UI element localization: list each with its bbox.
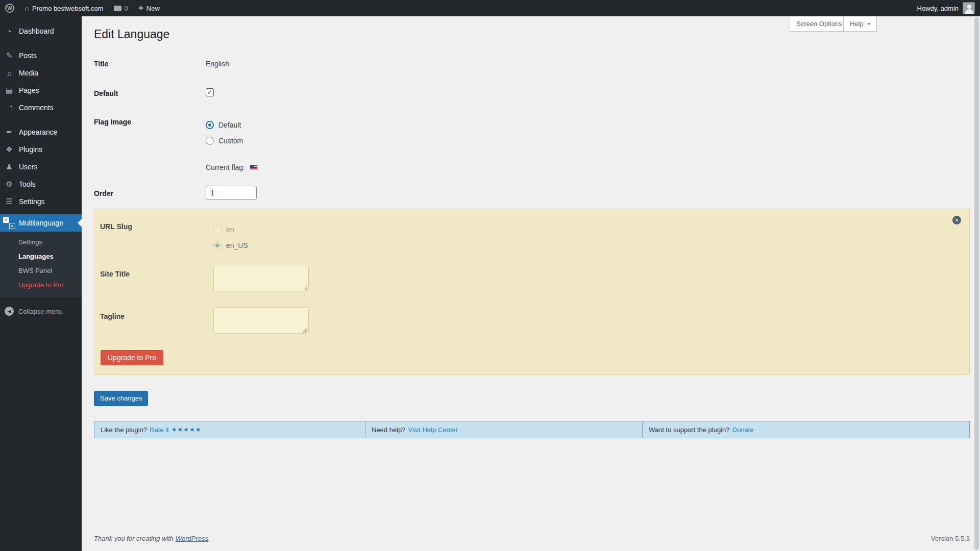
upgrade-to-pro-button[interactable]: Upgrade to Pro: [101, 350, 163, 365]
sidebar-item-multilanguage[interactable]: Multilanguage: [0, 214, 82, 232]
scrollbar-thumb[interactable]: [974, 17, 979, 550]
help-button[interactable]: Help ▾: [843, 16, 877, 32]
slug-en-us-option-label: en_US: [226, 240, 248, 251]
sidebar-item-label: Tools: [19, 180, 36, 188]
wordpress-logo-icon: W: [5, 4, 14, 13]
collapse-menu-label: Collapse menu: [18, 308, 63, 315]
plus-icon: ✚: [138, 5, 143, 12]
collapse-menu-button[interactable]: ◀ Collapse menu: [0, 303, 82, 320]
pages-icon: ▤: [4, 86, 14, 95]
submenu-item-upgrade-to-pro[interactable]: Upgrade to Pro: [0, 278, 82, 292]
wordpress-logo-menu[interactable]: W: [0, 0, 19, 16]
default-label: Default: [94, 88, 206, 98]
sidebar-item-label: Appearance: [19, 128, 58, 136]
default-row: Default ✓: [94, 88, 970, 98]
menu-separator: [0, 210, 82, 214]
howdy-text: Howdy, admin: [917, 5, 959, 12]
sidebar-item-plugins[interactable]: ❖ Plugins: [0, 141, 82, 158]
current-flag-label: Current flag:: [206, 162, 245, 172]
sidebar-item-comments[interactable]: Comments: [0, 99, 82, 116]
order-label: Order: [94, 186, 206, 200]
site-title-row: Site Title: [100, 265, 961, 293]
order-input[interactable]: [206, 186, 257, 200]
scrollbar-track[interactable]: [973, 16, 980, 551]
settings-icon: ☰: [4, 197, 14, 206]
rate-it-link[interactable]: Rate it: [150, 426, 169, 434]
sidebar-item-label: Dashboard: [19, 27, 54, 35]
slug-en-option-label: en: [226, 224, 234, 235]
tagline-row: Tagline: [100, 307, 961, 335]
new-content-menu[interactable]: ✚ New: [133, 0, 165, 16]
site-name: Promo bestwebsoft.com: [32, 5, 103, 12]
dismiss-icon[interactable]: ✕: [952, 216, 961, 224]
donate-link[interactable]: Donate: [732, 426, 754, 434]
version-text: Version 5.5.3: [931, 535, 970, 542]
save-changes-button[interactable]: Save changes: [94, 391, 148, 406]
account-menu[interactable]: Howdy, admin: [912, 0, 980, 16]
sidebar-item-media[interactable]: ♫ Media: [0, 64, 82, 82]
site-title-label: Site Title: [100, 265, 213, 293]
tools-icon: ⚙: [4, 180, 14, 189]
sidebar-item-label: Settings: [19, 197, 45, 206]
sidebar-item-label: Posts: [19, 52, 37, 60]
visit-help-center-link[interactable]: Visit Help Center: [408, 426, 458, 434]
submenu-item-settings[interactable]: Settings: [0, 235, 82, 249]
thanks-prefix: Thank you for creating with: [94, 535, 174, 542]
sidebar-item-label: Users: [19, 163, 38, 171]
sidebar-item-label: Plugins: [19, 145, 42, 154]
admin-footer: Thank you for creating with WordPress. V…: [94, 535, 970, 542]
wordpress-link[interactable]: WordPress: [176, 535, 208, 542]
chevron-down-icon: ▾: [868, 21, 870, 27]
admin-bar-left: W ⌂ Promo bestwebsoft.com 0 ✚ New: [0, 0, 165, 16]
submenu-item-languages[interactable]: Languages: [0, 249, 82, 264]
new-label: New: [146, 5, 160, 12]
current-flag-spacer: [94, 162, 206, 172]
title-label: Title: [94, 59, 206, 69]
collapse-arrow-icon: ◀: [5, 307, 14, 316]
admin-bar: W ⌂ Promo bestwebsoft.com 0 ✚ New Howdy,…: [0, 0, 980, 16]
slug-en-radio: [213, 226, 222, 234]
multilanguage-submenu: Settings Languages BWS Panel Upgrade to …: [0, 232, 82, 297]
sidebar-item-settings[interactable]: ☰ Settings: [0, 193, 82, 210]
footer-thanks: Thank you for creating with WordPress.: [94, 535, 210, 542]
flag-default-radio[interactable]: [206, 121, 214, 129]
media-icon: ♫: [4, 69, 14, 78]
current-flag-row: Current flag:: [94, 162, 970, 172]
sidebar-item-appearance[interactable]: ✒ Appearance: [0, 123, 82, 141]
comments-shortcut[interactable]: 0: [109, 0, 133, 16]
sidebar-item-posts[interactable]: ✎ Posts: [0, 47, 82, 64]
flag-image-row: Flag Image Default Custom: [94, 117, 970, 148]
default-checkbox[interactable]: ✓: [206, 88, 214, 96]
home-icon: ⌂: [24, 4, 29, 13]
url-slug-label: URL Slug: [100, 221, 213, 253]
sidebar-item-pages[interactable]: ▤ Pages: [0, 82, 82, 99]
help-text: Need help?: [372, 426, 406, 434]
banner-donate-cell: Want to support the plugin? Donate: [643, 421, 969, 438]
sidebar-item-label: Comments: [19, 104, 54, 112]
flag-custom-radio[interactable]: [206, 137, 214, 145]
order-row: Order: [94, 186, 970, 200]
comment-bubble-icon: [114, 6, 121, 11]
rating-stars[interactable]: ★★★★★: [172, 426, 202, 433]
dashboard-icon: ◔: [4, 27, 14, 36]
plugins-icon: ❖: [4, 145, 14, 154]
main-content: Edit Language Title English Default ✓ Fl…: [82, 16, 973, 551]
sidebar-item-users[interactable]: ♟ Users: [0, 158, 82, 176]
banner-help-cell: Need help? Visit Help Center: [365, 421, 643, 438]
thanks-suffix: .: [208, 535, 210, 542]
sidebar-item-dashboard[interactable]: ◔ Dashboard: [0, 22, 82, 40]
slug-en-us-radio: [213, 241, 222, 249]
avatar: [963, 2, 975, 14]
admin-menu: ◔ Dashboard ✎ Posts ♫ Media ▤ Pages Comm…: [0, 16, 82, 320]
tagline-textarea: [213, 307, 309, 334]
url-slug-row: URL Slug en en_US: [100, 221, 961, 253]
submenu-item-bws-panel[interactable]: BWS Panel: [0, 264, 82, 278]
donate-text: Want to support the plugin?: [649, 426, 730, 434]
flag-custom-option-label: Custom: [218, 136, 243, 146]
sidebar-item-tools[interactable]: ⚙ Tools: [0, 176, 82, 193]
plugin-banner: Like the plugin? Rate it ★★★★★ Need help…: [94, 421, 970, 438]
banner-rate-cell: Like the plugin? Rate it ★★★★★: [94, 421, 365, 438]
edit-language-form: Title English Default ✓ Flag Image Defau…: [94, 59, 970, 200]
menu-separator: [0, 116, 82, 123]
site-link[interactable]: ⌂ Promo bestwebsoft.com: [19, 0, 109, 16]
